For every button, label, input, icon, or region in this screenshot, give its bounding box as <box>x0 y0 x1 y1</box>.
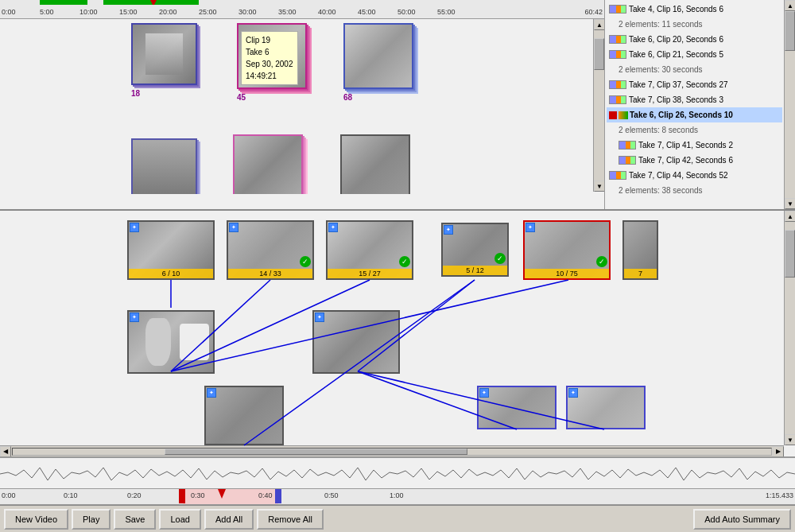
time-end: 1:15.433 <box>766 491 793 499</box>
summary-item-4-label: Take 6, Clip 21, Seconds 5 <box>629 49 723 60</box>
ruler-mark-20: 20:00 <box>159 8 177 16</box>
ruler-mark-45: 45:00 <box>358 8 376 16</box>
sb-clip-3[interactable]: ✦ ✓ 15 / 27 <box>326 220 413 280</box>
middle-scroll-up[interactable]: ▲ <box>785 211 795 222</box>
load-button[interactable]: Load <box>159 509 200 530</box>
time-10: 0:10 <box>64 491 78 499</box>
ruler-mark-25: 25:00 <box>199 8 217 16</box>
clip-25[interactable]: 25 <box>233 134 304 194</box>
clips-area: 0:00 5:00 10:00 15:00 20:00 25:00 30:00 … <box>0 0 604 209</box>
sb-clip-9a[interactable]: ✦ <box>477 386 556 429</box>
time-30: 0:30 <box>191 491 205 499</box>
playhead-triangle[interactable] <box>218 489 226 499</box>
add-all-button[interactable]: Add All <box>204 509 254 530</box>
h-scroll-right[interactable]: ▶ <box>773 446 784 457</box>
middle-scroll-down[interactable]: ▼ <box>785 434 795 445</box>
summary-item-11[interactable]: Take 7, Clip 42, Seconds 6 <box>607 153 782 168</box>
summary-sub-4: 2 elements: 38 seconds <box>607 183 782 198</box>
summary-item-6-label: Take 7, Clip 37, Seconds 27 <box>629 79 728 91</box>
scroll-down-btn[interactable]: ▼ <box>594 181 604 192</box>
summary-item-1[interactable]: Take 4, Clip 16, Seconds 6 <box>607 2 782 17</box>
tooltip-time: 14:49:21 <box>246 70 293 82</box>
summary-item-3-label: Take 6, Clip 20, Seconds 6 <box>629 33 723 45</box>
sb-clip-2-label: 14 / 33 <box>228 269 312 278</box>
sb-clip-6-label: 7 <box>624 269 657 278</box>
clip-68[interactable]: 68 <box>343 23 415 91</box>
sb-clip-5-label: 10 / 75 <box>525 269 609 278</box>
sb-clip-5[interactable]: ✦ ✓ 10 / 75 <box>523 220 611 280</box>
waveform-svg: // This won't execute in SVG, so we'll u… <box>0 458 795 489</box>
summary-sub-2: 2 elements: 30 seconds <box>607 62 782 77</box>
sb-clip-10[interactable]: ✦ <box>204 386 284 445</box>
sb-clip-5-check: ✓ <box>596 256 607 267</box>
top-panel: 0:00 5:00 10:00 15:00 20:00 25:00 30:00 … <box>0 0 795 211</box>
ruler-mark-50: 50:00 <box>398 8 416 16</box>
sb-clip-8[interactable]: ✦ <box>312 310 400 374</box>
middle-panel: ✦ 6 / 10 ✦ ✓ 14 / 33 ✦ ✓ 15 / 27 ✦ ✓ 5 /… <box>0 211 795 457</box>
play-button[interactable]: Play <box>72 509 111 530</box>
middle-v-scrollbar[interactable]: ▲ ▼ <box>784 211 795 445</box>
tooltip-date: Sep 30, 2002 <box>246 58 293 70</box>
clip-45[interactable]: 45 Clip 19 Take 6 Sep 30, 2002 14:49:21 <box>237 23 308 91</box>
summary-sub-2-label: 2 elements: 30 seconds <box>619 65 703 74</box>
main-container: 0:00 5:00 10:00 15:00 20:00 25:00 30:00 … <box>0 0 795 532</box>
ruler-mark-35: 35:00 <box>278 8 297 16</box>
sb-clip-2[interactable]: ✦ ✓ 14 / 33 <box>227 220 314 280</box>
sb-clip-2-check: ✓ <box>300 256 311 267</box>
ruler-mark-end: 60:42 <box>584 8 603 16</box>
sb-clip-3-label: 15 / 27 <box>328 269 412 278</box>
summary-scroll-up[interactable]: ▲ <box>785 0 795 11</box>
summary-item-6[interactable]: Take 7, Clip 37, Seconds 27 <box>607 77 782 92</box>
sb-clip-9b[interactable]: ✦ <box>566 386 646 429</box>
time-0: 0:00 <box>2 491 16 499</box>
waveform-panel: // This won't execute in SVG, so we'll u… <box>0 457 795 489</box>
summary-item-8-label: Take 6, Clip 26, Seconds 10 <box>630 109 733 121</box>
clips-canvas[interactable]: 18 45 Clip 19 Take 6 Sep 30, 2002 <box>0 19 604 194</box>
sb-clip-6[interactable]: 7 <box>622 220 658 280</box>
save-button[interactable]: Save <box>114 509 156 530</box>
remove-all-button[interactable]: Remove All <box>257 509 324 530</box>
h-scroll-left[interactable]: ◀ <box>0 446 11 457</box>
add-auto-summary-button[interactable]: Add Auto Summary <box>693 509 791 530</box>
ruler-mark-0: 0:00 <box>2 8 16 16</box>
clip-18[interactable]: 18 <box>131 23 199 87</box>
top-clips-scrollbar[interactable]: ▲ ▼ <box>593 19 604 192</box>
summary-list: Take 4, Clip 16, Seconds 6 2 elements: 1… <box>605 0 795 200</box>
summary-item-3[interactable]: Take 6, Clip 20, Seconds 6 <box>607 32 782 47</box>
sb-clip-10-icon: ✦ <box>207 388 216 398</box>
summary-item-8[interactable]: Take 6, Clip 26, Seconds 10 <box>607 107 782 122</box>
summary-item-12[interactable]: Take 7, Clip 44, Seconds 52 <box>607 168 782 183</box>
middle-h-scrollbar[interactable]: ◀ ▶ <box>0 445 784 456</box>
summary-item-10[interactable]: Take 7, Clip 41, Seconds 2 <box>607 138 782 153</box>
summary-sub-3: 2 elements: 8 seconds <box>607 122 782 138</box>
clip-21[interactable]: 21 <box>131 138 199 194</box>
sb-clip-3-icon: ✦ <box>328 223 338 232</box>
clip-50[interactable]: 50 <box>340 134 412 194</box>
sb-clip-7[interactable]: ✦ <box>127 310 215 374</box>
time-20: 0:20 <box>127 491 142 499</box>
sb-clip-9a-icon: ✦ <box>479 388 489 398</box>
sb-clip-4-check: ✓ <box>494 253 506 264</box>
summary-item-7[interactable]: Take 7, Clip 38, Seconds 3 <box>607 92 782 107</box>
range-handle-right[interactable] <box>275 489 281 503</box>
scroll-up-btn[interactable]: ▲ <box>594 19 604 30</box>
tooltip-take: Take 6 <box>246 46 293 58</box>
sb-clip-5-icon: ✦ <box>525 223 535 232</box>
sb-clip-3-check: ✓ <box>399 256 410 267</box>
summary-item-4[interactable]: Take 6, Clip 21, Seconds 5 <box>607 47 782 62</box>
summary-item-1-label: Take 4, Clip 16, Seconds 6 <box>629 3 723 15</box>
sb-clip-4-icon: ✦ <box>444 225 453 235</box>
sb-clip-1[interactable]: ✦ 6 / 10 <box>127 220 215 280</box>
sb-clip-4[interactable]: ✦ ✓ 5 / 12 <box>441 223 509 277</box>
ruler-mark-15: 15:00 <box>119 8 138 16</box>
ruler-mark-10: 10:00 <box>80 8 98 16</box>
summary-sub-1-label: 2 elements: 11 seconds <box>619 20 703 29</box>
summary-sub-1: 2 elements: 11 seconds <box>607 17 782 32</box>
new-video-button[interactable]: New Video <box>4 509 68 530</box>
ruler-mark-40: 40:00 <box>318 8 336 16</box>
clip-45-label: 45 <box>237 93 246 102</box>
summary-scroll-down[interactable]: ▼ <box>785 198 795 209</box>
ruler-mark-30: 30:00 <box>238 8 257 16</box>
summary-scrollbar[interactable]: ▲ ▼ <box>784 0 795 209</box>
range-handle-left[interactable] <box>179 489 185 503</box>
